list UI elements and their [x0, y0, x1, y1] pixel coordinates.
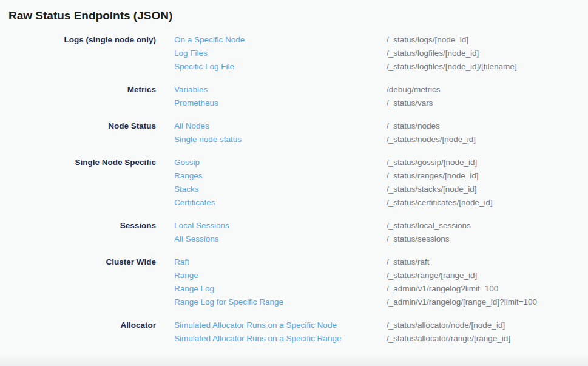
endpoint-section-cluster-wide: Cluster Wide Raft /_status/raft Range /_… — [0, 256, 588, 309]
category-label: Cluster Wide — [0, 256, 156, 309]
endpoints-table: Logs (single node only) On a Specific No… — [0, 33, 588, 345]
category-label: Metrics — [0, 83, 156, 110]
endpoint-link[interactable]: Log Files — [174, 47, 387, 60]
endpoint-link[interactable]: Gossip — [174, 156, 387, 169]
endpoint-url: /_status/logs/[node_id] — [387, 33, 468, 47]
endpoint-section-allocator: Allocator Simulated Allocator Runs on a … — [0, 319, 588, 345]
endpoint-link[interactable]: All Sessions — [174, 232, 387, 246]
section-rows: Gossip /_status/gossip/[node_id] Ranges … — [174, 156, 493, 209]
page-title: Raw Status Endpoints (JSON) — [8, 8, 588, 22]
endpoint-url: /_admin/v1/rangelog/[range_id]?limit=100 — [387, 296, 537, 309]
section-rows: Simulated Allocator Runs on a Specific N… — [174, 319, 510, 345]
endpoint-url: /_status/raft — [387, 256, 430, 269]
endpoint-url: /_admin/v1/rangelog?limit=100 — [387, 282, 498, 296]
category-label: Sessions — [0, 219, 156, 246]
endpoint-link[interactable]: Specific Log File — [174, 60, 387, 73]
endpoint-link[interactable]: Simulated Allocator Runs on a Specific N… — [174, 319, 387, 332]
endpoint-row: Single node status /_status/nodes/[node_… — [174, 133, 476, 146]
section-rows: Local Sessions /_status/local_sessions A… — [174, 219, 471, 246]
endpoint-url: /debug/metrics — [387, 83, 441, 97]
endpoint-row: Gossip /_status/gossip/[node_id] — [174, 156, 493, 169]
endpoint-section-metrics: Metrics Variables /debug/metrics Prometh… — [0, 83, 588, 110]
endpoint-section-single-node-specific: Single Node Specific Gossip /_status/gos… — [0, 156, 588, 209]
endpoint-row: Specific Log File /_status/logfiles/[nod… — [174, 60, 517, 73]
endpoint-row: Raft /_status/raft — [174, 256, 537, 269]
endpoint-url: /_status/allocator/range/[range_id] — [387, 332, 510, 345]
endpoint-url: /_status/nodes/[node_id] — [387, 133, 476, 146]
endpoint-row: All Sessions /_status/sessions — [174, 232, 471, 246]
endpoint-link[interactable]: Certificates — [174, 196, 387, 209]
endpoint-link[interactable]: Variables — [174, 83, 387, 97]
endpoint-row: Variables /debug/metrics — [174, 83, 441, 97]
endpoint-url: /_status/logfiles/[node_id]/[filename] — [387, 60, 517, 73]
section-rows: Variables /debug/metrics Prometheus /_st… — [174, 83, 441, 110]
endpoint-link[interactable]: Stacks — [174, 183, 387, 196]
section-rows: On a Specific Node /_status/logs/[node_i… — [174, 33, 517, 73]
endpoint-row: On a Specific Node /_status/logs/[node_i… — [174, 33, 517, 47]
endpoint-row: Simulated Allocator Runs on a Specific N… — [174, 319, 510, 332]
endpoint-url: /_status/certificates/[node_id] — [387, 196, 493, 209]
endpoint-row: Log Files /_status/logfiles/[node_id] — [174, 47, 517, 60]
endpoint-row: All Nodes /_status/nodes — [174, 120, 476, 133]
endpoint-link[interactable]: Prometheus — [174, 97, 387, 110]
endpoint-link[interactable]: All Nodes — [174, 120, 387, 133]
endpoint-link[interactable]: Single node status — [174, 133, 387, 146]
category-label: Allocator — [0, 319, 156, 345]
section-rows: Raft /_status/raft Range /_status/range/… — [174, 256, 537, 309]
endpoint-row: Local Sessions /_status/local_sessions — [174, 219, 471, 232]
endpoint-url: /_status/logfiles/[node_id] — [387, 47, 479, 60]
endpoint-row: Stacks /_status/stacks/[node_id] — [174, 183, 493, 196]
endpoint-row: Range /_status/range/[range_id] — [174, 269, 537, 282]
endpoint-link[interactable]: Range Log for Specific Range — [174, 296, 387, 309]
endpoint-link[interactable]: Raft — [174, 256, 387, 269]
endpoint-url: /_status/local_sessions — [387, 219, 471, 232]
endpoint-url: /_status/nodes — [387, 120, 440, 133]
endpoint-url: /_status/gossip/[node_id] — [387, 156, 477, 169]
endpoint-row: Simulated Allocator Runs on a Specific R… — [174, 332, 510, 345]
endpoint-section-node-status: Node Status All Nodes /_status/nodes Sin… — [0, 120, 588, 146]
category-label: Single Node Specific — [0, 156, 156, 209]
endpoint-url: /_status/stacks/[node_id] — [387, 183, 477, 196]
endpoint-url: /_status/vars — [387, 97, 433, 110]
endpoint-url: /_status/sessions — [387, 232, 450, 246]
endpoint-url: /_status/allocator/node/[node_id] — [387, 319, 505, 332]
endpoint-link[interactable]: Simulated Allocator Runs on a Specific R… — [174, 332, 387, 345]
endpoint-link[interactable]: Local Sessions — [174, 219, 387, 232]
endpoint-row: Ranges /_status/ranges/[node_id] — [174, 169, 493, 183]
endpoint-section-sessions: Sessions Local Sessions /_status/local_s… — [0, 219, 588, 246]
endpoint-row: Certificates /_status/certificates/[node… — [174, 196, 493, 209]
endpoint-link[interactable]: Ranges — [174, 169, 387, 183]
endpoint-row: Prometheus /_status/vars — [174, 97, 441, 110]
category-label: Node Status — [0, 120, 156, 146]
section-rows: All Nodes /_status/nodes Single node sta… — [174, 120, 476, 146]
endpoint-url: /_status/range/[range_id] — [387, 269, 477, 282]
endpoint-row: Range Log /_admin/v1/rangelog?limit=100 — [174, 282, 537, 296]
endpoint-link[interactable]: Range Log — [174, 282, 387, 296]
endpoint-url: /_status/ranges/[node_id] — [387, 169, 479, 183]
endpoint-section-logs: Logs (single node only) On a Specific No… — [0, 33, 588, 73]
endpoint-row: Range Log for Specific Range /_admin/v1/… — [174, 296, 537, 309]
endpoint-link[interactable]: Range — [174, 269, 387, 282]
category-label: Logs (single node only) — [0, 33, 156, 73]
page-bottom-edge — [0, 355, 588, 366]
endpoint-link[interactable]: On a Specific Node — [174, 33, 387, 47]
